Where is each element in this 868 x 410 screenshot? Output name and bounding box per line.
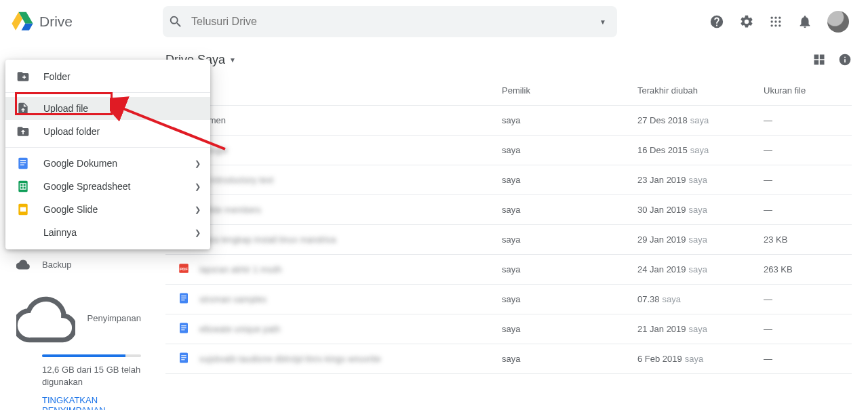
cell-size: — [764, 205, 852, 215]
cell-modified: 07.38saya [637, 294, 764, 304]
sidebar-item-backup[interactable]: Backup [0, 252, 157, 276]
file-name: Cara lengkap install linux mandriva [199, 234, 336, 245]
col-size[interactable]: Ukuran file [764, 85, 852, 96]
svg-rect-28 [181, 327, 186, 328]
notifications-icon[interactable] [797, 14, 812, 29]
table-row[interactable]: Google saya 16 Des 2015saya — [165, 136, 852, 165]
cell-modified: 6 Feb 2019saya [637, 354, 764, 364]
cell-owner: saya [502, 115, 637, 125]
menu-label: Google Dokumen [43, 158, 117, 169]
cell-name: sujsbvalb taudione dblrctpl ltnrs kings … [165, 352, 502, 366]
upgrade-storage-link[interactable]: TINGKATKAN PENYIMPANAN [42, 395, 141, 410]
table-row[interactable]: pli introductory text saya 23 Jan 2019sa… [165, 165, 852, 195]
cell-owner: saya [502, 264, 637, 274]
file-upload-icon [16, 102, 30, 115]
help-icon[interactable] [709, 14, 724, 29]
chevron-down-icon: ▼ [229, 56, 236, 64]
col-owner[interactable]: Pemilik [502, 85, 637, 96]
col-modified[interactable]: Terakhir diubah [637, 85, 764, 96]
cell-modified: 21 Jan 2019saya [637, 324, 764, 334]
svg-rect-25 [181, 300, 184, 300]
cell-name: W Cara lengkap install linux mandriva [165, 232, 502, 247]
cell-name: stroman samples [165, 292, 502, 306]
sidebar-item-label: Backup [42, 260, 71, 270]
table-row[interactable]: PDF laporan akhir 1 msdh saya 24 Jan 201… [165, 255, 852, 285]
cell-size: — [764, 324, 852, 334]
app-name: Drive [39, 14, 73, 30]
details-info-icon[interactable] [838, 53, 852, 66]
menu-upload-file[interactable]: Upload file [5, 97, 210, 120]
menu-label: Folder [43, 71, 71, 82]
svg-rect-23 [181, 295, 186, 296]
apps-grid-icon[interactable] [769, 15, 783, 28]
grid-view-icon[interactable] [812, 53, 826, 66]
cell-name: kumen [165, 113, 502, 127]
table-row[interactable]: stroman samples saya 07.38saya — [165, 285, 852, 314]
sidebar-item-storage[interactable]: Penyimpanan [16, 289, 141, 348]
svg-rect-43 [20, 207, 26, 212]
menu-upload-folder[interactable]: Upload folder [5, 120, 210, 143]
logo-area[interactable]: Drive [11, 10, 163, 33]
menu-more[interactable]: Lainnya ❯ [5, 221, 210, 244]
cell-name: ellowate unique path [165, 322, 502, 336]
docs-icon [178, 352, 190, 366]
cell-owner: saya [502, 354, 637, 364]
menu-new-folder[interactable]: Folder [5, 65, 210, 88]
svg-rect-35 [20, 160, 26, 161]
menu-label: Upload file [43, 103, 88, 114]
cell-modified: 24 Jan 2019saya [637, 264, 764, 274]
google-slides-icon [16, 203, 30, 216]
cell-owner: saya [502, 234, 637, 245]
file-name: ellowate unique path [199, 324, 280, 334]
svg-rect-37 [20, 165, 24, 165]
table-header-row: Nama Pemilik Terakhir diubah Ukuran file [165, 76, 852, 106]
svg-point-2 [778, 17, 781, 19]
cell-owner: saya [502, 175, 637, 185]
svg-point-5 [778, 20, 781, 22]
chevron-right-icon: ❯ [195, 228, 201, 237]
account-avatar[interactable] [827, 11, 849, 33]
cell-size: — [764, 175, 852, 185]
drive-logo-icon [11, 10, 34, 33]
file-name: sujsbvalb taudione dblrctpl ltnrs kings … [199, 354, 380, 364]
svg-rect-24 [181, 298, 186, 298]
col-name[interactable]: Nama [165, 85, 502, 96]
google-sheets-icon [16, 180, 30, 193]
cell-modified: 23 Jan 2019saya [637, 175, 764, 185]
pdf-icon: PDF [178, 262, 190, 276]
chevron-right-icon: ❯ [195, 205, 201, 214]
cell-modified: 30 Jan 2019saya [637, 205, 764, 215]
table-row[interactable]: White members saya 30 Jan 2019saya — [165, 195, 852, 225]
cell-name: PDF laporan akhir 1 msdh [165, 262, 502, 276]
folder-upload-icon [16, 125, 30, 138]
cell-name: White members [165, 203, 502, 217]
header: Drive ▼ [0, 0, 868, 43]
menu-label: Google Spreadsheet [43, 181, 130, 192]
gear-icon[interactable] [739, 14, 754, 29]
table-row[interactable]: ellowate unique path saya 21 Jan 2019say… [165, 314, 852, 344]
svg-rect-32 [181, 357, 186, 358]
svg-point-7 [774, 24, 776, 26]
menu-google-docs[interactable]: Google Dokumen ❯ [5, 152, 210, 175]
search-options-dropdown-icon[interactable]: ▼ [594, 18, 612, 26]
menu-label: Lainnya [43, 227, 77, 238]
cell-name: pli introductory text [165, 173, 502, 187]
cell-owner: saya [502, 294, 637, 304]
cell-owner: saya [502, 324, 637, 334]
svg-point-3 [771, 20, 773, 22]
menu-label: Google Slide [43, 204, 98, 215]
menu-google-sheets[interactable]: Google Spreadsheet ❯ [5, 175, 210, 198]
menu-google-slides[interactable]: Google Slide ❯ [5, 198, 210, 221]
svg-rect-27 [181, 325, 186, 326]
cell-size: — [764, 145, 852, 155]
table-row[interactable]: W Cara lengkap install linux mandriva sa… [165, 225, 852, 255]
storage-text: 12,6 GB dari 15 GB telah digunakan [42, 364, 141, 388]
table-row[interactable]: kumen saya 27 Des 2018saya — [165, 106, 852, 136]
svg-point-4 [774, 20, 776, 22]
svg-point-8 [778, 24, 781, 26]
table-row[interactable]: sujsbvalb taudione dblrctpl ltnrs kings … [165, 344, 852, 374]
cell-size: 263 KB [764, 264, 852, 274]
search-input[interactable] [191, 16, 586, 28]
search-bar[interactable]: ▼ [163, 6, 617, 37]
content-area: Drive Saya ▼ Nama Pemilik Terakhir diuba… [157, 43, 868, 410]
